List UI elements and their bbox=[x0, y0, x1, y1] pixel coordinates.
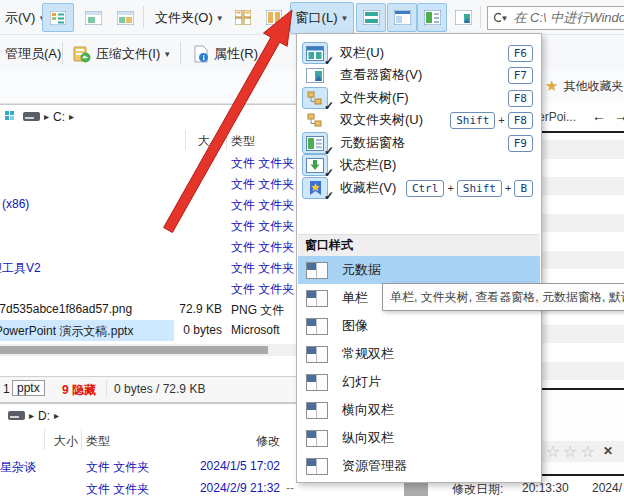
file-type: 文件 文件夹 bbox=[231, 260, 294, 277]
archive-label: 压缩文件(I) bbox=[96, 45, 160, 63]
plus-sign: + bbox=[498, 114, 504, 126]
shortcut-key: Ctrl bbox=[406, 180, 445, 197]
window-style-icon bbox=[306, 318, 328, 335]
column-header-type[interactable]: 类型 bbox=[86, 433, 110, 450]
menu-item-style-metadata[interactable]: 元数据 bbox=[298, 256, 540, 284]
menu-item-style-horizontal-dual[interactable]: 横向双栏 bbox=[298, 396, 540, 424]
file-name: t PowerPoint 演示文稿.pptx bbox=[0, 323, 133, 340]
quad-pane-button[interactable] bbox=[227, 3, 258, 32]
properties-label: 属性(R) bbox=[214, 45, 258, 63]
properties-button[interactable]: 属性(R) ▼ bbox=[188, 41, 274, 67]
column-header-size[interactable]: 大小 bbox=[48, 433, 78, 450]
hidden-files-badge[interactable]: 9 隐藏 bbox=[62, 382, 96, 399]
shortcut-key: F6 bbox=[508, 45, 533, 62]
column-separator bbox=[226, 130, 227, 150]
menu-item-label: 双栏(U) bbox=[340, 44, 384, 62]
menu-item-style-slideshow[interactable]: 幻灯片 bbox=[298, 368, 540, 396]
menu-item-viewer-pane[interactable]: 查看器窗格(V) F7 bbox=[298, 64, 540, 86]
menu-item-style-explorer[interactable]: 资源管理器 bbox=[298, 452, 540, 480]
details-view-button[interactable] bbox=[42, 3, 74, 32]
shortcut-key: F7 bbox=[508, 67, 533, 84]
menu-item-label: 横向双栏 bbox=[342, 401, 394, 419]
menu-item-status-bar[interactable]: ✓ 状态栏(B) bbox=[298, 154, 540, 176]
breadcrumb-drive-d[interactable]: D: bbox=[38, 409, 50, 423]
tree-pane-button[interactable] bbox=[387, 3, 417, 32]
menu-item-label: 资源管理器 bbox=[342, 457, 407, 475]
archive-button[interactable]: 压缩文件(I) ▼ bbox=[68, 41, 176, 67]
file-manager-window: 示(V) ▼ 文件夹(O) ▼ 窗口(L) ▼ ▼ 在 C:\ 中进行Windo bbox=[0, 0, 624, 496]
dual-vertical-pane-button[interactable] bbox=[258, 3, 289, 32]
drive-icon bbox=[23, 112, 40, 121]
menu-item-folder-tree[interactable]: ✓ 文件夹树(F) F8 bbox=[298, 87, 540, 109]
file-extra: -- bbox=[286, 481, 294, 495]
tab-powerpoint-file[interactable]: erPoi... bbox=[538, 110, 576, 124]
archive-icon bbox=[73, 46, 91, 63]
metadata-pane-button[interactable] bbox=[417, 3, 447, 32]
file-name: 457d535abce1f86ad57.png bbox=[0, 302, 132, 316]
view-menu-label: 示(V) bbox=[5, 9, 35, 27]
menu-item-favorites-bar[interactable]: ✓ 收藏栏(V) Ctrl + Shift + B bbox=[298, 177, 540, 199]
file-type: 文件 文件夹 bbox=[231, 176, 294, 193]
viewer-pane-toggle-button[interactable] bbox=[77, 3, 109, 32]
status-bar-icon: ✓ bbox=[302, 154, 328, 176]
file-size: 0 bytes bbox=[150, 323, 222, 337]
modified-date-value: 2024/ bbox=[592, 481, 622, 495]
toolbar-separator bbox=[480, 6, 481, 28]
column-header-type[interactable]: 类型 bbox=[231, 133, 255, 150]
other-favorites-label: 其他收藏夹 bbox=[563, 78, 623, 95]
forward-arrow-icon[interactable]: → bbox=[614, 108, 624, 124]
split-view-button[interactable] bbox=[109, 3, 141, 32]
viewer-window-button[interactable] bbox=[448, 3, 478, 32]
shortcut-key: Shift bbox=[457, 180, 502, 197]
crumb-arrow-icon: ▸ bbox=[54, 410, 59, 421]
app-grid-icon bbox=[5, 111, 19, 123]
admin-button[interactable]: 管理员(A) bbox=[0, 41, 66, 67]
chevron-down-icon: ▼ bbox=[216, 14, 224, 23]
close-icon[interactable]: ✕ bbox=[603, 444, 613, 458]
file-type: 文件 文件夹 bbox=[86, 459, 149, 476]
search-placeholder-text: 在 C:\ 中进行Windo bbox=[513, 9, 624, 27]
pane-divider-line bbox=[538, 388, 624, 390]
toolbar-separator bbox=[143, 6, 144, 28]
chevron-down-icon: ▼ bbox=[163, 50, 171, 59]
folder-menu-button[interactable]: 文件夹(O) ▼ bbox=[150, 4, 229, 32]
menu-item-dual-pane[interactable]: ✓ 双栏(U) F6 bbox=[298, 42, 540, 64]
window-menu-dropdown: ✓ 双栏(U) F6 查看器窗格(V) F7 ✓ 文件夹树(F) F8 bbox=[296, 33, 542, 483]
dual-pane-icon: ✓ bbox=[302, 42, 328, 64]
breadcrumb-drive-c[interactable]: C: bbox=[53, 110, 65, 124]
window-style-icon bbox=[306, 402, 328, 419]
star-icon: ★ bbox=[545, 77, 558, 95]
horizontal-panes-button[interactable] bbox=[356, 3, 386, 32]
folder-tree-icon: ✓ bbox=[302, 87, 328, 109]
window-style-icon bbox=[306, 262, 328, 279]
column-header-size[interactable]: 大小 bbox=[150, 133, 222, 150]
pane-splitter[interactable] bbox=[404, 482, 428, 496]
menu-item-style-image[interactable]: 图像 bbox=[298, 312, 540, 340]
file-type: 文件 文件夹 bbox=[231, 281, 294, 298]
search-input[interactable]: ▼ 在 C:\ 中进行Windo bbox=[487, 6, 624, 30]
column-header-modified[interactable]: 修改 bbox=[240, 433, 280, 450]
back-arrow-icon[interactable]: ← bbox=[592, 108, 606, 124]
file-name: 星杂谈 bbox=[0, 459, 36, 476]
menu-item-style-vertical-dual[interactable]: 纵向双栏 bbox=[298, 424, 540, 452]
file-name: (x86) bbox=[2, 197, 29, 211]
menu-item-style-regular-dual[interactable]: 常规双栏 bbox=[298, 340, 540, 368]
file-type: 文件 文件夹 bbox=[231, 218, 294, 235]
admin-label: 管理员(A) bbox=[5, 45, 61, 63]
other-favorites-button[interactable]: ★ 其他收藏夹 bbox=[545, 77, 623, 95]
pane-green-icon bbox=[85, 11, 102, 25]
menu-item-dual-folder-tree[interactable]: 双文件夹树(U) Shift + F8 bbox=[298, 109, 540, 131]
selected-count: 1 bbox=[3, 382, 10, 396]
modified-time-value: 20:13:30 bbox=[522, 481, 569, 495]
menu-item-metadata-pane[interactable]: ✓ 元数据窗格 F9 bbox=[298, 132, 540, 154]
scrollbar-thumb[interactable] bbox=[0, 346, 268, 354]
chevron-down-icon: ▼ bbox=[340, 14, 348, 23]
crumb-arrow-icon: ▸ bbox=[69, 111, 74, 122]
horizontal-panes-icon bbox=[363, 10, 380, 25]
tree-pane-icon bbox=[394, 10, 411, 25]
menu-section-header: 窗口样式 bbox=[298, 235, 540, 257]
metadata-pane-icon bbox=[424, 10, 441, 25]
shortcut-key: B bbox=[514, 180, 533, 197]
extension-badge[interactable]: pptx bbox=[12, 380, 45, 396]
window-menu-button[interactable]: 窗口(L) ▼ bbox=[290, 2, 354, 34]
